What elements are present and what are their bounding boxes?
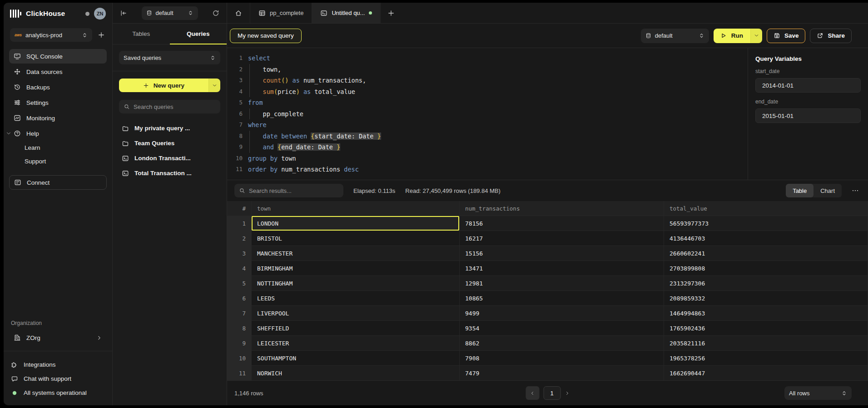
cell-town[interactable]: BIRMINGHAM xyxy=(252,261,460,276)
saved-query-london-transacti[interactable]: London Transacti... xyxy=(119,151,220,166)
sidebar-item-help[interactable]: Help xyxy=(9,126,107,141)
cell-town[interactable]: BRISTOL xyxy=(252,231,460,246)
row-number[interactable]: 1 xyxy=(227,216,252,231)
connect-button[interactable]: Connect xyxy=(9,175,107,190)
cell-total-value[interactable]: 2035821116 xyxy=(664,336,868,351)
cell-num-transactions[interactable]: 9354 xyxy=(460,321,664,336)
new-query-button[interactable]: New query xyxy=(119,79,208,92)
cell-total-value[interactable]: 2313297306 xyxy=(664,276,868,291)
sidebar-item-data-sources[interactable]: Data sources xyxy=(9,64,107,79)
user-avatar[interactable]: ZN xyxy=(94,8,106,20)
column-header-index[interactable]: # xyxy=(227,201,252,216)
search-queries-input[interactable] xyxy=(134,103,216,110)
sidebar-item-label: Integrations xyxy=(24,361,56,368)
cell-town[interactable]: NOTTINGHAM xyxy=(252,276,460,291)
row-number[interactable]: 6 xyxy=(227,291,252,306)
cell-town[interactable]: NORWICH xyxy=(252,366,460,380)
sidebar-item-learn[interactable]: Learn xyxy=(4,141,112,154)
column-header-town[interactable]: town xyxy=(252,201,460,216)
cell-town[interactable]: SOUTHAMPTON xyxy=(252,351,460,366)
cell-total-value[interactable]: 1464994863 xyxy=(664,306,868,321)
cell-num-transactions[interactable]: 10865 xyxy=(460,291,664,306)
page-number[interactable]: 1 xyxy=(543,386,560,400)
cell-total-value[interactable]: 56593977373 xyxy=(664,216,868,231)
refresh-icon[interactable] xyxy=(212,10,219,17)
cell-num-transactions[interactable]: 9499 xyxy=(460,306,664,321)
share-button[interactable]: Share xyxy=(810,29,852,43)
service-selector[interactable]: aws analytics-prod xyxy=(10,28,92,42)
row-number[interactable]: 11 xyxy=(227,366,252,380)
cell-town[interactable]: SHEFFIELD xyxy=(252,321,460,336)
row-number[interactable]: 5 xyxy=(227,276,252,291)
organization-selector[interactable]: ZOrg xyxy=(9,330,107,345)
sidebar-item-support[interactable]: Support xyxy=(4,154,112,168)
saved-query-total-transaction[interactable]: Total Transaction ... xyxy=(119,166,220,181)
cell-total-value[interactable]: 2703899808 xyxy=(664,261,868,276)
row-number[interactable]: 2 xyxy=(227,231,252,246)
row-number[interactable]: 3 xyxy=(227,246,252,261)
page-size-selector[interactable]: All rows xyxy=(784,386,852,400)
cell-town[interactable]: LONDON xyxy=(252,216,460,231)
cell-town[interactable]: MANCHESTER xyxy=(252,246,460,261)
view-tab-chart[interactable]: Chart xyxy=(813,184,842,197)
query-name-tab[interactable]: My new saved query xyxy=(230,29,302,43)
cell-total-value[interactable]: 4136446703 xyxy=(664,231,868,246)
cell-num-transactions[interactable]: 16217 xyxy=(460,231,664,246)
row-number[interactable]: 8 xyxy=(227,321,252,336)
run-options-button[interactable] xyxy=(750,29,762,43)
search-results-input[interactable] xyxy=(249,187,339,194)
tab-tables[interactable]: Tables xyxy=(113,24,170,44)
add-service-button[interactable] xyxy=(97,30,106,39)
saved-query-team-queries[interactable]: Team Queries xyxy=(119,136,220,151)
next-page-button[interactable] xyxy=(565,391,570,396)
query-database-selector[interactable]: default xyxy=(641,29,709,43)
sidebar-item-backups[interactable]: Backups xyxy=(9,80,107,94)
cell-total-value[interactable]: 1965378256 xyxy=(664,351,868,366)
sidebar-item-all-systems-operational[interactable]: All systems operational xyxy=(4,386,112,400)
tab-queries[interactable]: Queries xyxy=(170,24,227,44)
cell-town[interactable]: LEEDS xyxy=(252,291,460,306)
cell-num-transactions[interactable]: 7479 xyxy=(460,366,664,380)
cell-num-transactions[interactable]: 15156 xyxy=(460,246,664,261)
previous-page-button[interactable] xyxy=(526,386,539,400)
sql-editor[interactable]: 1select2 town,3 count() as num_transacti… xyxy=(227,48,748,180)
cell-num-transactions[interactable]: 8862 xyxy=(460,336,664,351)
sidebar-item-settings[interactable]: Settings xyxy=(9,95,107,110)
new-tab-button[interactable] xyxy=(381,3,402,23)
collapse-sidebar-icon[interactable] xyxy=(120,10,127,17)
saved-query-my-private-query[interactable]: My private query ... xyxy=(119,121,220,136)
run-button[interactable]: Run xyxy=(714,29,750,43)
sidebar-item-monitoring[interactable]: Monitoring xyxy=(9,111,107,125)
start_date-input[interactable] xyxy=(755,78,861,93)
cell-num-transactions[interactable]: 13471 xyxy=(460,261,664,276)
notification-dot[interactable] xyxy=(85,12,89,16)
cell-total-value[interactable]: 2089859332 xyxy=(664,291,868,306)
view-tab-table[interactable]: Table xyxy=(786,184,813,197)
cell-num-transactions[interactable]: 12981 xyxy=(460,276,664,291)
saved-queries-selector[interactable]: Saved queries xyxy=(119,51,220,64)
new-query-dropdown-button[interactable] xyxy=(208,79,220,92)
sidebar-item-sql-console[interactable]: SQL Console xyxy=(9,49,107,64)
home-tab[interactable] xyxy=(227,3,250,23)
end_date-input[interactable] xyxy=(755,108,861,123)
row-number[interactable]: 9 xyxy=(227,336,252,351)
column-header-num-transactions[interactable]: num_transactions xyxy=(460,201,664,216)
row-number[interactable]: 4 xyxy=(227,261,252,276)
save-button[interactable]: Save xyxy=(767,29,806,43)
tab-pp-complete[interactable]: pp_complete xyxy=(250,3,312,23)
cell-town[interactable]: LIVERPOOL xyxy=(252,306,460,321)
cell-total-value[interactable]: 1662690447 xyxy=(664,366,868,380)
tab-untitled-qu[interactable]: Untitled qu... xyxy=(312,3,381,23)
cell-num-transactions[interactable]: 7908 xyxy=(460,351,664,366)
column-header-total-value[interactable]: total_value xyxy=(664,201,868,216)
cell-total-value[interactable]: 2660602241 xyxy=(664,246,868,261)
row-number[interactable]: 10 xyxy=(227,351,252,366)
database-selector[interactable]: default xyxy=(142,6,198,20)
cell-total-value[interactable]: 1765902436 xyxy=(664,321,868,336)
cell-num-transactions[interactable]: 78156 xyxy=(460,216,664,231)
cell-town[interactable]: LEICESTER xyxy=(252,336,460,351)
more-options-icon[interactable] xyxy=(852,187,859,194)
row-number[interactable]: 7 xyxy=(227,306,252,321)
sidebar-item-integrations[interactable]: Integrations xyxy=(4,358,112,372)
sidebar-item-chat-with-support[interactable]: Chat with support xyxy=(4,372,112,386)
